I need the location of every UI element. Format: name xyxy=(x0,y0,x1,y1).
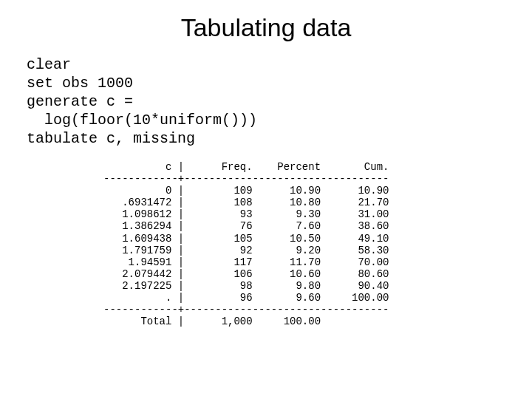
slide: Tabulating data clear set obs 1000 gener… xyxy=(0,0,532,342)
code-block: clear set obs 1000 generate c = log(floo… xyxy=(27,55,510,148)
stata-output: c | Freq. Percent Cum. ------------+----… xyxy=(103,161,510,327)
page-title: Tabulating data xyxy=(22,13,510,42)
